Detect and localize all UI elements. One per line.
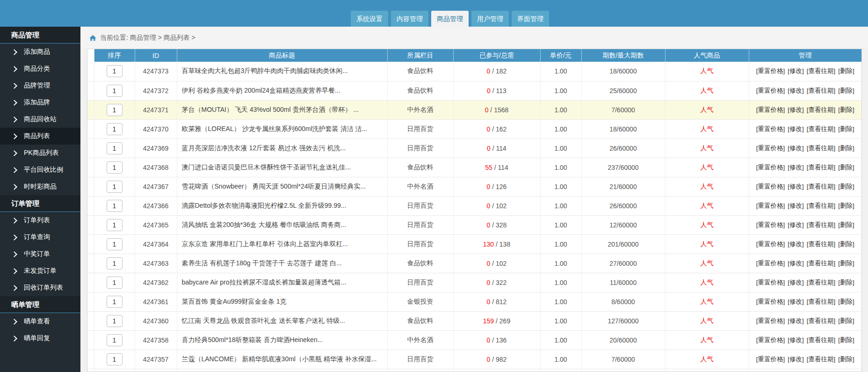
edit-link[interactable]: [修改] (788, 241, 804, 248)
reset-price-link[interactable]: [重置价格] (756, 336, 785, 343)
edit-link[interactable]: [修改] (788, 260, 804, 267)
sort-input[interactable] (107, 104, 123, 116)
sort-input[interactable] (107, 334, 123, 346)
sidebar-item[interactable]: 商品分类 (0, 60, 80, 77)
sort-input[interactable] (107, 123, 123, 135)
delete-link[interactable]: [删除] (838, 145, 854, 152)
sort-input[interactable] (107, 315, 123, 327)
reset-price-link[interactable]: [重置价格] (756, 106, 785, 113)
view-history-link[interactable]: [查看往期] (807, 298, 836, 305)
sidebar-item[interactable]: 时时彩商品 (0, 178, 80, 195)
tab-3[interactable]: 用户管理 (471, 11, 509, 27)
edit-link[interactable]: [修改] (788, 67, 804, 74)
sort-input[interactable] (107, 181, 123, 193)
reset-price-link[interactable]: [重置价格] (756, 87, 785, 94)
view-history-link[interactable]: [查看往期] (807, 317, 836, 324)
delete-link[interactable]: [删除] (838, 260, 854, 267)
edit-link[interactable]: [修改] (788, 145, 804, 152)
delete-link[interactable]: [删除] (838, 336, 854, 343)
delete-link[interactable]: [删除] (838, 106, 854, 113)
delete-link[interactable]: [删除] (838, 279, 854, 286)
tab-2[interactable]: 商品管理 (431, 11, 469, 27)
sidebar-item[interactable]: 订单查询 (0, 229, 80, 246)
delete-link[interactable]: [删除] (838, 125, 854, 132)
reset-price-link[interactable]: [重置价格] (756, 317, 785, 324)
view-history-link[interactable]: [查看往期] (807, 67, 836, 74)
sort-input[interactable] (107, 200, 123, 212)
edit-link[interactable]: [修改] (788, 336, 804, 343)
delete-link[interactable]: [删除] (838, 67, 854, 74)
edit-link[interactable]: [修改] (788, 125, 804, 132)
delete-link[interactable]: [删除] (838, 241, 854, 248)
sort-input[interactable] (107, 85, 123, 97)
view-history-link[interactable]: [查看往期] (807, 125, 836, 132)
sort-input[interactable] (107, 238, 123, 250)
delete-link[interactable]: [删除] (838, 221, 854, 228)
reset-price-link[interactable]: [重置价格] (756, 183, 785, 190)
sort-input[interactable] (107, 219, 123, 231)
reset-price-link[interactable]: [重置价格] (756, 145, 785, 152)
reset-price-link[interactable]: [重置价格] (756, 279, 785, 286)
sidebar-item[interactable]: 未发货订单 (0, 263, 80, 279)
view-history-link[interactable]: [查看往期] (807, 279, 836, 286)
delete-link[interactable]: [删除] (838, 202, 854, 209)
sort-input[interactable] (107, 142, 123, 154)
sidebar-item[interactable]: 平台回收比例 (0, 161, 80, 178)
tab-0[interactable]: 系统设置 (351, 11, 388, 27)
edit-link[interactable]: [修改] (788, 164, 804, 171)
sidebar-item[interactable]: 添加品牌 (0, 94, 80, 111)
edit-link[interactable]: [修改] (788, 87, 804, 94)
edit-link[interactable]: [修改] (788, 106, 804, 113)
view-history-link[interactable]: [查看往期] (807, 183, 836, 190)
reset-price-link[interactable]: [重置价格] (756, 67, 785, 74)
sidebar-item[interactable]: 中奖订单 (0, 246, 80, 263)
delete-link[interactable]: [删除] (838, 298, 854, 305)
reset-price-link[interactable]: [重置价格] (756, 260, 785, 267)
delete-link[interactable]: [删除] (838, 87, 854, 94)
view-history-link[interactable]: [查看往期] (807, 221, 836, 228)
reset-price-link[interactable]: [重置价格] (756, 125, 785, 132)
delete-link[interactable]: [删除] (838, 164, 854, 171)
edit-link[interactable]: [修改] (788, 221, 804, 228)
reset-price-link[interactable]: [重置价格] (756, 241, 785, 248)
view-history-link[interactable]: [查看往期] (807, 241, 836, 248)
sidebar-item[interactable]: 商品回收站 (0, 111, 80, 128)
sort-input[interactable] (107, 161, 123, 174)
edit-link[interactable]: [修改] (788, 202, 804, 209)
view-history-link[interactable]: [查看往期] (807, 202, 836, 209)
sort-input[interactable] (107, 277, 123, 289)
view-history-link[interactable]: [查看往期] (807, 260, 836, 267)
reset-price-link[interactable]: [重置价格] (756, 202, 785, 209)
reset-price-link[interactable]: [重置价格] (756, 356, 785, 363)
tab-4[interactable]: 界面管理 (512, 11, 549, 27)
view-history-link[interactable]: [查看往期] (807, 164, 836, 171)
sidebar-item[interactable]: PK商品列表 (0, 145, 80, 161)
reset-price-link[interactable]: [重置价格] (756, 164, 785, 171)
sidebar-item[interactable]: 品牌管理 (0, 77, 80, 94)
delete-link[interactable]: [删除] (838, 317, 854, 324)
view-history-link[interactable]: [查看往期] (807, 336, 836, 343)
sort-input[interactable] (107, 353, 123, 365)
view-history-link[interactable]: [查看往期] (807, 145, 836, 152)
view-history-link[interactable]: [查看往期] (807, 356, 836, 363)
delete-link[interactable]: [删除] (838, 183, 854, 190)
sidebar-item[interactable]: 晒单查看 (0, 313, 80, 330)
tab-1[interactable]: 内容管理 (391, 11, 428, 27)
edit-link[interactable]: [修改] (788, 279, 804, 286)
sidebar-item[interactable]: 商品列表 (0, 128, 80, 145)
reset-price-link[interactable]: [重置价格] (756, 221, 785, 228)
view-history-link[interactable]: [查看往期] (807, 106, 836, 113)
sort-input[interactable] (107, 296, 123, 308)
edit-link[interactable]: [修改] (788, 298, 804, 305)
delete-link[interactable]: [删除] (838, 356, 854, 363)
view-history-link[interactable]: [查看往期] (807, 87, 836, 94)
sidebar-item[interactable]: 回收订单列表 (0, 279, 80, 296)
edit-link[interactable]: [修改] (788, 183, 804, 190)
sidebar-item[interactable]: 添加商品 (0, 44, 80, 60)
edit-link[interactable]: [修改] (788, 317, 804, 324)
sort-input[interactable] (107, 65, 123, 77)
sidebar-item[interactable]: 订单列表 (0, 212, 80, 229)
edit-link[interactable]: [修改] (788, 356, 804, 363)
reset-price-link[interactable]: [重置价格] (756, 298, 785, 305)
sidebar-item[interactable]: 晒单回复 (0, 330, 80, 347)
